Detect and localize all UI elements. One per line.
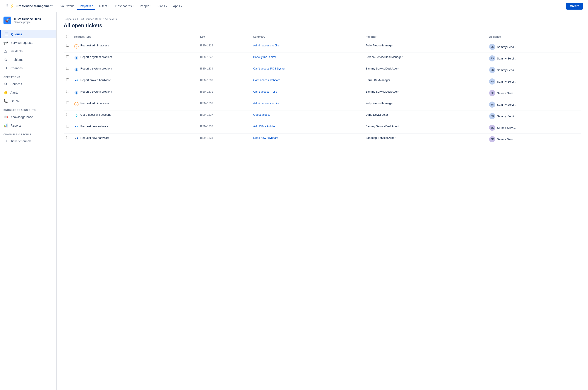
row-checkbox-cell: [64, 122, 72, 134]
page-title: All open tickets: [64, 22, 581, 29]
row-checkbox[interactable]: [66, 113, 69, 116]
avatar: SS: [489, 101, 495, 108]
col-reporter: Reporter: [363, 33, 487, 41]
request-type-cell: 👤 Report a system problem: [72, 64, 197, 76]
reporter-cell: Sammy ServiceDeskAgent: [363, 64, 487, 76]
breadcrumb-projects[interactable]: Projects: [64, 17, 74, 21]
ticket-summary-link[interactable]: Need new keyboard: [253, 136, 278, 140]
queues-icon: ☰: [4, 32, 8, 36]
assignee-name: Sammy Servi...: [497, 57, 516, 60]
ticket-key-cell: ITSM-1338: [197, 99, 251, 110]
request-type-label: Report a system problem: [80, 55, 112, 59]
ticket-key: ITSM-1339: [200, 67, 213, 70]
topnav-your-work[interactable]: Your work: [58, 3, 76, 10]
sidebar-item-ticket-channels[interactable]: 🖥 Ticket channels: [0, 137, 56, 145]
reporter-cell: Sandeep ServiceOwner: [363, 134, 487, 145]
reporter-cell: Polly ProductManager: [363, 41, 487, 53]
breadcrumb: Projects / ITSM Service Desk / All ticke…: [64, 17, 581, 21]
topnav-filters[interactable]: Filters ▾: [96, 3, 112, 10]
create-button[interactable]: Create: [566, 3, 583, 10]
avatar: SE: [489, 90, 495, 96]
row-checkbox[interactable]: [66, 67, 69, 70]
topnav-people[interactable]: People ▾: [137, 3, 154, 10]
summary-cell: Can't access POS System: [251, 64, 363, 76]
summary-cell: Admin access to Jira: [251, 99, 363, 110]
col-key: Key: [197, 33, 251, 41]
breadcrumb-separator: /: [75, 17, 76, 21]
ticket-summary-link[interactable]: Can't access POS System: [253, 67, 286, 70]
sidebar-item-on-call[interactable]: 📞 On-call: [0, 97, 56, 105]
row-checkbox[interactable]: [66, 136, 69, 139]
table-header: Request Type Key Summary Reporter Assign…: [64, 33, 581, 41]
sidebar: 🚀 ITSM Service Desk Service project ☰ Qu…: [0, 12, 57, 390]
request-type-cell: Request new software: [72, 122, 197, 134]
ticket-summary-link[interactable]: Guest access: [253, 113, 271, 116]
reporter-cell: Serena ServiceDeskManager: [363, 53, 487, 64]
assignee-cell: SE Serena Servi...: [487, 122, 581, 134]
request-type-label: Request admin access: [80, 44, 109, 47]
tickets-table: Request Type Key Summary Reporter Assign…: [64, 33, 581, 145]
assignee-name: Sammy Servi...: [497, 80, 516, 83]
assignee-name: Sammy Servi...: [497, 103, 516, 106]
ticket-key-cell: ITSM-1337: [197, 110, 251, 122]
ticket-key-cell: ITSM-1333: [197, 76, 251, 87]
assignee-cell: SS Sammy Servi...: [487, 76, 581, 87]
row-checkbox[interactable]: [66, 90, 69, 93]
services-icon: ⚙: [3, 82, 8, 86]
chevron-down-icon: ▾: [108, 5, 109, 7]
ticket-key: ITSM-1337: [200, 113, 213, 116]
svg-text:👤: 👤: [75, 57, 78, 59]
ticket-summary-link[interactable]: Can't access Trello: [253, 90, 277, 93]
topnav-apps[interactable]: Apps ▾: [171, 3, 185, 10]
sidebar-item-service-requests[interactable]: 💬 Service requests: [0, 38, 56, 47]
grid-icon[interactable]: ⠿: [5, 4, 8, 8]
sidebar-item-changes[interactable]: ↺ Changes: [0, 64, 56, 72]
reporter-name: Polly ProductManager: [365, 101, 393, 105]
ticket-summary-link[interactable]: Cant access webcam: [253, 78, 280, 82]
sidebar-item-reports[interactable]: 📊 Reports: [0, 121, 56, 130]
row-checkbox[interactable]: [66, 44, 69, 47]
breadcrumb-separator: /: [103, 17, 104, 21]
table-row: Report broken hardware ITSM-1333 Cant ac…: [64, 76, 581, 87]
svg-rect-13: [75, 126, 76, 127]
topnav-projects[interactable]: Projects ▾: [77, 2, 96, 10]
col-checkbox: [64, 33, 72, 41]
sidebar-item-alerts[interactable]: 🔔 Alerts: [0, 88, 56, 97]
avatar: SS: [489, 55, 495, 61]
sidebar-item-incidents[interactable]: △ Incidents: [0, 47, 56, 55]
chevron-down-icon: ▾: [181, 5, 182, 7]
request-type-cell: Get a guest wifi account: [72, 110, 197, 122]
svg-text:↑: ↑: [76, 45, 77, 48]
sidebar-item-knowledge-base[interactable]: 📖 Knowledge base: [0, 113, 56, 121]
row-checkbox[interactable]: [66, 125, 69, 127]
topnav-dashboards[interactable]: Dashboards ▾: [113, 3, 136, 10]
ticket-summary-link[interactable]: Admin access to Jira: [253, 44, 279, 47]
assignee-name: Sammy Servi...: [497, 45, 516, 49]
app-name: Jira Service Management: [16, 4, 52, 8]
request-type-cell: 👤 Report a system problem: [72, 53, 197, 64]
row-checkbox[interactable]: [66, 55, 69, 58]
svg-text:👤: 👤: [75, 68, 78, 71]
topnav-plans[interactable]: Plans ▾: [155, 3, 170, 10]
ticket-summary-link[interactable]: Banc.ly Inc is slow: [253, 55, 276, 59]
svg-marker-12: [76, 116, 77, 117]
main-content: Projects / ITSM Service Desk / All ticke…: [57, 12, 588, 390]
ticket-key: ITSM-1324: [200, 44, 213, 47]
ticket-summary-link[interactable]: Admin access to Jira: [253, 101, 279, 105]
assignee-cell: SS Sammy Servi...: [487, 110, 581, 122]
table-row: ↑ Request admin access ITSM-1338 Admin a…: [64, 99, 581, 110]
ticket-summary-link[interactable]: Add Office to Mac: [253, 125, 276, 128]
row-checkbox[interactable]: [66, 101, 69, 104]
sidebar-item-problems[interactable]: ⊘ Problems: [0, 55, 56, 64]
reporter-cell: Polly ProductManager: [363, 99, 487, 110]
row-checkbox[interactable]: [66, 78, 69, 81]
select-all-checkbox[interactable]: [66, 35, 69, 38]
chevron-down-icon: ▾: [133, 5, 134, 7]
assignee-name: Serena Servi...: [497, 126, 516, 129]
row-checkbox-cell: [64, 64, 72, 76]
sidebar-item-queues[interactable]: ☰ Queues: [0, 30, 56, 38]
table-row: Request new hardware ITSM-1335 Need new …: [64, 134, 581, 145]
breadcrumb-project-name[interactable]: ITSM Service Desk: [77, 17, 101, 21]
sidebar-item-services[interactable]: ⚙ Services: [0, 80, 56, 88]
avatar: SS: [489, 113, 495, 119]
